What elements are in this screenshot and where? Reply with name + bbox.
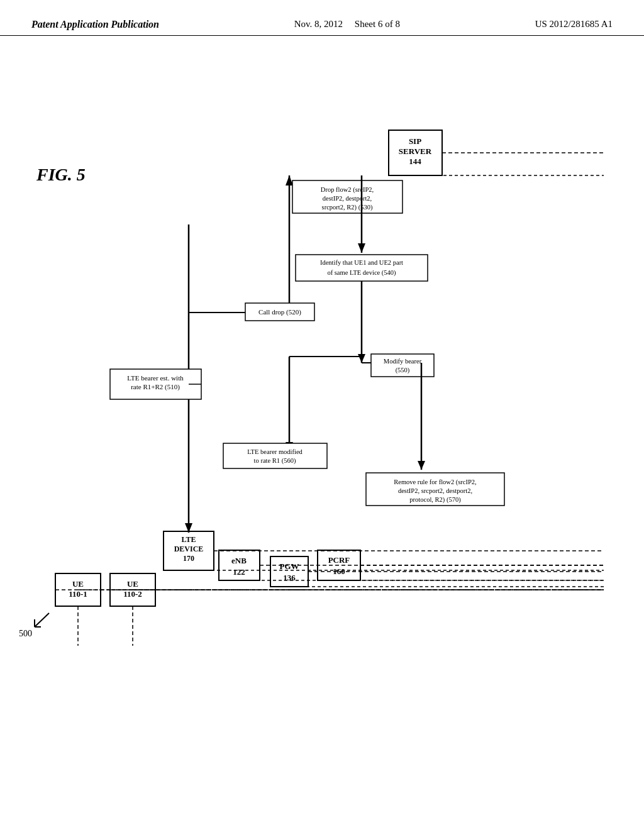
diagram-area: FIG. 5 500 UE 110-1 UE 110-2 LTE DEVICE … [0, 42, 644, 809]
svg-line-0 [35, 613, 49, 627]
svg-text:destIP2, destport2,: destIP2, destport2, [323, 195, 372, 202]
fig-label: FIG. 5 [36, 165, 86, 184]
svg-text:Call drop (520): Call drop (520) [258, 308, 301, 316]
svg-text:eNB: eNB [231, 556, 247, 565]
svg-text:PCRF: PCRF [328, 555, 350, 565]
svg-text:rate R1+R2 (510): rate R1+R2 (510) [131, 383, 180, 391]
header-center: Nov. 8, 2012 Sheet 6 of 8 [294, 19, 400, 30]
svg-text:of same LTE device (540): of same LTE device (540) [327, 269, 396, 277]
arrow-down-550 [358, 354, 365, 363]
svg-text:PGW: PGW [279, 562, 299, 571]
header-date: Nov. 8, 2012 [294, 19, 343, 29]
arrow-down-540 [358, 243, 365, 253]
svg-text:UE: UE [72, 579, 84, 589]
svg-text:Modify bearer: Modify bearer [384, 358, 422, 365]
page-header: Patent Application Publication Nov. 8, 2… [0, 0, 644, 36]
svg-text:SIP: SIP [409, 136, 421, 146]
svg-text:DEVICE: DEVICE [174, 545, 204, 553]
svg-text:LTE bearer est. with: LTE bearer est. with [127, 374, 184, 382]
svg-text:LTE: LTE [182, 535, 196, 544]
svg-text:170: 170 [183, 554, 194, 563]
svg-text:srcport2, R2) (530): srcport2, R2) (530) [322, 204, 373, 211]
step-560-box [223, 443, 327, 468]
diagram-svg: FIG. 5 500 UE 110-1 UE 110-2 LTE DEVICE … [0, 42, 644, 809]
header-sheet: Sheet 6 of 8 [355, 19, 400, 29]
svg-text:destIP2, srcport2, destport2,: destIP2, srcport2, destport2, [398, 487, 472, 494]
arrow-up-530 [286, 175, 293, 185]
svg-text:to rate R1 (560): to rate R1 (560) [254, 457, 296, 465]
svg-text:UE: UE [127, 579, 138, 589]
svg-text:LTE bearer modified: LTE bearer modified [247, 448, 303, 455]
svg-text:SERVER: SERVER [399, 147, 432, 156]
svg-text:110-1: 110-1 [69, 589, 87, 599]
arrow-up-570 [418, 461, 425, 470]
svg-text:110-2: 110-2 [123, 589, 142, 599]
svg-text:122: 122 [233, 567, 245, 577]
svg-text:(550): (550) [396, 367, 410, 374]
svg-text:protocol, R2) (570): protocol, R2) (570) [409, 496, 461, 504]
header-left: Patent Application Publication [31, 19, 159, 30]
svg-text:144: 144 [409, 157, 421, 166]
svg-text:Drop flow2 (srcIP2,: Drop flow2 (srcIP2, [321, 186, 374, 194]
header-right: US 2012/281685 A1 [535, 19, 613, 30]
fig-number: 500 [19, 629, 32, 638]
svg-text:Identify that UE1 and UE2 part: Identify that UE1 and UE2 part [320, 259, 403, 266]
svg-text:Remove rule for flow2 (srcIP2,: Remove rule for flow2 (srcIP2, [394, 479, 477, 486]
